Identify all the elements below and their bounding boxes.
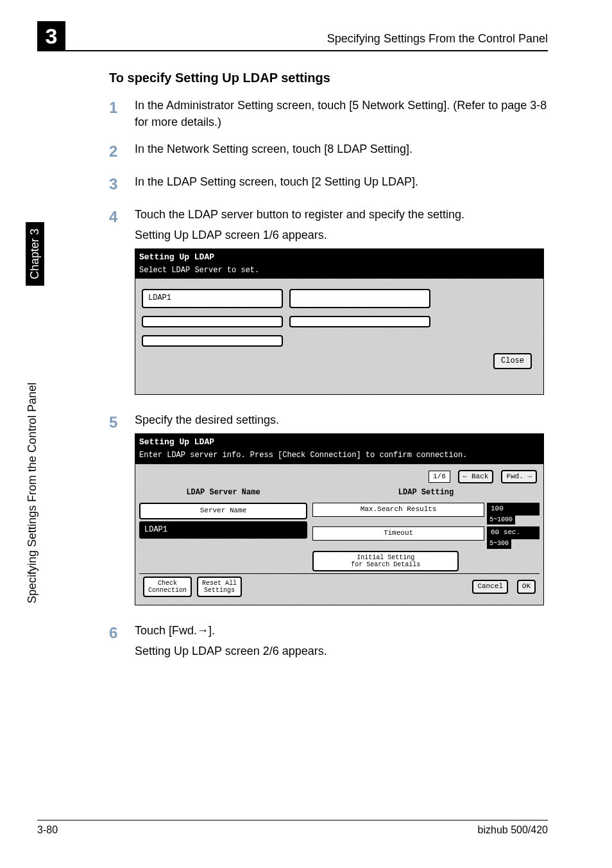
check-connection-button[interactable]: Check Connection bbox=[143, 577, 192, 597]
timeout-range: 5~300 bbox=[487, 539, 511, 549]
step-number: 3 bbox=[109, 173, 135, 196]
step-text: In the Network Setting screen, touch [8 … bbox=[135, 141, 548, 157]
step-text: Specify the desired settings. bbox=[135, 412, 548, 428]
lcd2-title: Setting Up LDAP bbox=[135, 434, 543, 450]
close-button[interactable]: Close bbox=[493, 353, 532, 369]
ldap-server-slot-1[interactable]: LDAP1 bbox=[142, 289, 283, 308]
chapter-number-tab: 3 bbox=[37, 21, 65, 51]
initial-setting-button[interactable]: Initial Setting for Search Details bbox=[312, 551, 459, 571]
step-text: Touch [Fwd.→]. bbox=[135, 622, 548, 639]
step-subtext: Setting Up LDAP screen 2/6 appears. bbox=[135, 643, 548, 659]
step-number: 4 bbox=[109, 206, 135, 229]
lcd1-title: Setting Up LDAP bbox=[135, 249, 543, 265]
step-number: 2 bbox=[109, 141, 135, 163]
lcd-screenshot-1: Setting Up LDAP Select LDAP Server to se… bbox=[135, 248, 544, 395]
side-section-label: Specifying Settings From the Control Pan… bbox=[26, 383, 39, 603]
cancel-button[interactable]: Cancel bbox=[472, 580, 508, 594]
step-3: 3 In the LDAP Setting screen, touch [2 S… bbox=[109, 173, 548, 196]
step-6: 6 Touch [Fwd.→]. Setting Up LDAP screen … bbox=[109, 622, 548, 659]
step-2: 2 In the Network Setting screen, touch [… bbox=[109, 141, 548, 163]
back-button[interactable]: ← Back bbox=[458, 470, 494, 484]
right-column-header: LDAP Setting bbox=[312, 485, 540, 500]
left-column-header: LDAP Server Name bbox=[139, 485, 307, 500]
section-title: To specify Setting Up LDAP settings bbox=[109, 71, 548, 85]
lcd1-subtitle: Select LDAP Server to set. bbox=[135, 265, 543, 279]
server-name-value: LDAP1 bbox=[139, 521, 307, 539]
step-text: In the Administrator Setting screen, tou… bbox=[135, 97, 548, 130]
running-header: Specifying Settings From the Control Pan… bbox=[327, 32, 548, 46]
max-search-results-button[interactable]: Max.Search Results bbox=[312, 503, 484, 517]
step-number: 6 bbox=[109, 622, 135, 645]
step-1: 1 In the Administrator Setting screen, t… bbox=[109, 97, 548, 130]
side-chapter-label: Chapter 3 bbox=[26, 222, 44, 286]
ldap-server-slot-2[interactable] bbox=[289, 289, 430, 308]
ldap-server-slot-3[interactable] bbox=[142, 316, 283, 327]
fwd-button[interactable]: Fwd. → bbox=[501, 470, 537, 484]
server-name-button[interactable]: Server Name bbox=[139, 503, 307, 519]
reset-all-settings-button[interactable]: Reset All Settings bbox=[197, 577, 242, 597]
timeout-value: 60 sec. bbox=[487, 526, 540, 539]
ok-button[interactable]: OK bbox=[517, 580, 536, 594]
page-footer: 3-80 bizhub 500/420 bbox=[37, 820, 548, 836]
step-subtext: Setting Up LDAP screen 1/6 appears. bbox=[135, 227, 548, 243]
lcd2-subtitle: Enter LDAP server info. Press [Check Con… bbox=[135, 450, 543, 464]
footer-page-number: 3-80 bbox=[37, 824, 58, 836]
ldap-server-slot-4[interactable] bbox=[289, 316, 430, 327]
max-search-results-range: 5~1000 bbox=[487, 516, 515, 525]
page-indicator: 1/6 bbox=[429, 471, 450, 483]
step-number: 5 bbox=[109, 412, 135, 434]
step-number: 1 bbox=[109, 97, 135, 119]
step-4: 4 Touch the LDAP server button to regist… bbox=[109, 206, 548, 395]
ldap-server-slot-5[interactable] bbox=[142, 335, 283, 347]
lcd-screenshot-2: Setting Up LDAP Enter LDAP server info. … bbox=[135, 433, 544, 605]
timeout-button[interactable]: Timeout bbox=[312, 526, 484, 541]
step-text: In the LDAP Setting screen, touch [2 Set… bbox=[135, 173, 548, 190]
step-text: Touch the LDAP server button to register… bbox=[135, 206, 548, 223]
header-rule bbox=[37, 50, 548, 51]
step-5: 5 Specify the desired settings. Setting … bbox=[109, 412, 548, 605]
max-search-results-value: 100 bbox=[487, 503, 540, 516]
footer-model: bizhub 500/420 bbox=[478, 824, 548, 836]
